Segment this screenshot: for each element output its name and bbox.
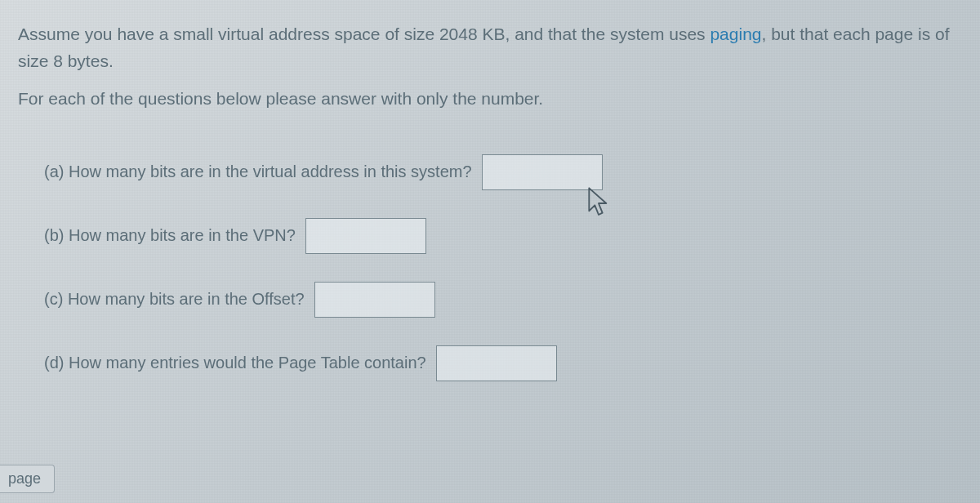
- question-d-text: (d) How many entries would the Page Tabl…: [44, 354, 426, 372]
- intro-text-1: Assume you have a small virtual address …: [18, 24, 710, 43]
- answer-d-input[interactable]: [436, 345, 557, 381]
- question-b-text: (b) How many bits are in the VPN?: [44, 226, 296, 245]
- question-b-row: (b) How many bits are in the VPN?: [18, 218, 962, 254]
- intro-paragraph: Assume you have a small virtual address …: [18, 21, 962, 74]
- answer-b-input[interactable]: [305, 218, 426, 254]
- question-a-row: (a) How many bits are in the virtual add…: [18, 154, 962, 190]
- answer-a-input[interactable]: [482, 154, 603, 190]
- question-c-text: (c) How many bits are in the Offset?: [44, 290, 305, 309]
- paging-link[interactable]: paging: [710, 24, 761, 43]
- page-tag[interactable]: page: [0, 465, 55, 493]
- question-a-text: (a) How many bits are in the virtual add…: [44, 162, 472, 181]
- question-c-row: (c) How many bits are in the Offset?: [18, 282, 962, 318]
- answer-c-input[interactable]: [314, 282, 435, 318]
- instruction-text: For each of the questions below please a…: [18, 86, 962, 112]
- question-d-row: (d) How many entries would the Page Tabl…: [18, 345, 962, 381]
- question-content: Assume you have a small virtual address …: [0, 0, 980, 430]
